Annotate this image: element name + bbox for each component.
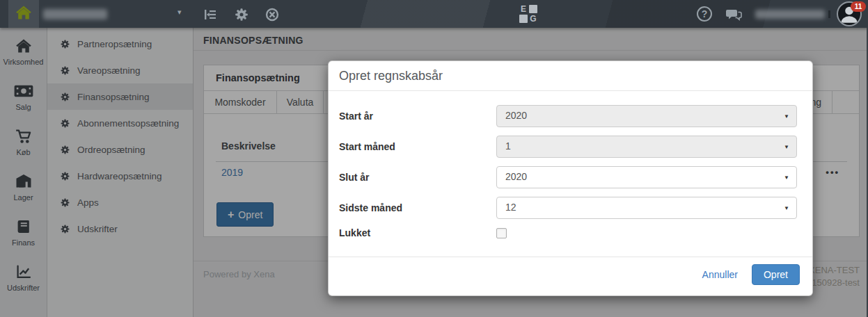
eg-logo-square <box>519 15 528 23</box>
field-label: Lukket <box>339 227 496 238</box>
field-row-start-maaned: Start måned 1 <box>339 136 797 158</box>
modal-footer: Annuller Opret <box>329 257 812 295</box>
settings-gear-icon[interactable] <box>234 7 249 22</box>
modal-body: Start år 2020 Start måned 1 Slut år 2020… <box>329 91 812 257</box>
start-aar-select[interactable]: 2020 <box>496 105 797 127</box>
field-row-sidste-maaned: Sidste måned 12 <box>339 197 797 219</box>
topbar: ▾ <box>0 0 868 28</box>
modal-header: Opret regnskabsår <box>329 61 812 91</box>
notification-badge[interactable]: 11 <box>851 1 866 12</box>
field-label: Start måned <box>339 141 496 152</box>
field-row-start-aar: Start år 2020 <box>339 105 797 127</box>
field-label: Sidste måned <box>339 202 496 213</box>
app-window: ▾ <box>0 0 868 317</box>
collapse-menu-icon[interactable] <box>203 7 218 22</box>
opret-regnskabsaar-modal: Opret regnskabsår Start år 2020 Start må… <box>328 60 813 296</box>
annuller-button[interactable]: Annuller <box>702 269 738 280</box>
username-trailing-char <box>828 10 830 18</box>
start-maaned-select[interactable]: 1 <box>496 136 797 158</box>
field-label: Slut år <box>339 172 496 183</box>
lukket-checkbox[interactable] <box>496 228 507 238</box>
home-button[interactable] <box>8 0 39 28</box>
field-row-slut-aar: Slut år 2020 <box>339 166 797 188</box>
field-label: Start år <box>339 111 496 122</box>
eg-logo: E G <box>519 5 538 24</box>
username-redacted[interactable] <box>755 10 825 19</box>
modal-title: Opret regnskabsår <box>339 69 802 83</box>
help-icon[interactable]: ? <box>697 6 712 22</box>
eg-logo-square <box>529 5 537 13</box>
home-icon <box>15 4 33 24</box>
chat-icon[interactable] <box>726 7 741 22</box>
opret-submit-button[interactable]: Opret <box>752 264 800 285</box>
sidste-maaned-select[interactable]: 12 <box>496 197 797 219</box>
company-name-redacted[interactable] <box>43 9 107 19</box>
circle-x-icon[interactable] <box>265 7 280 22</box>
field-row-lukket: Lukket <box>339 227 797 238</box>
slut-aar-select[interactable]: 2020 <box>496 166 797 188</box>
help-glyph: ? <box>702 8 708 19</box>
company-dropdown-caret-icon[interactable]: ▾ <box>177 8 182 17</box>
eg-logo-letter-e: E <box>519 5 528 13</box>
eg-logo-letter-g: G <box>529 15 537 23</box>
